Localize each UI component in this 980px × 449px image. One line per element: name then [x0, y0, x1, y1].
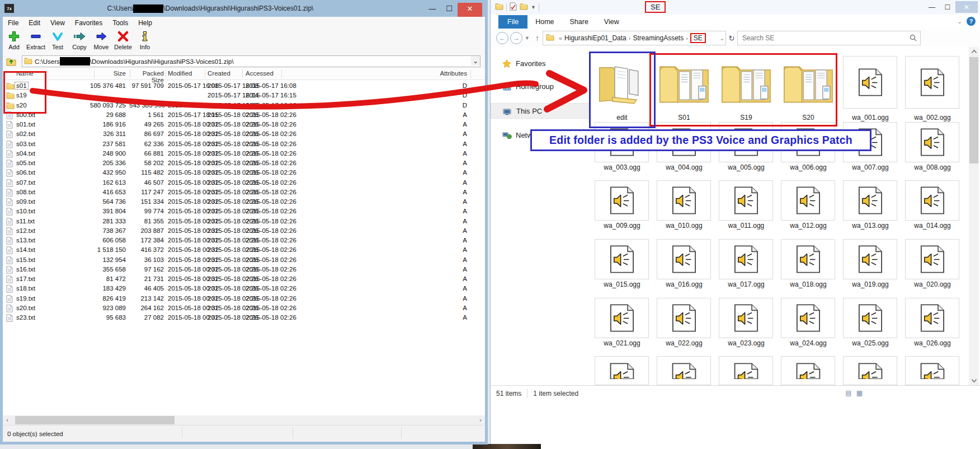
file-name[interactable]: s08.txt: [16, 189, 35, 195]
maximize-button[interactable]: ☐: [941, 1, 954, 13]
scrollbar-thumb[interactable]: [969, 57, 978, 163]
zip-row[interactable]: s00.txt29 6881 5612015-05-17 18:152015-0…: [3, 111, 485, 120]
forward-button[interactable]: →: [510, 32, 522, 44]
up-button[interactable]: ↑: [535, 34, 539, 43]
zip-row[interactable]: s16.txt355 65897 1622015-05-18 00:322015…: [3, 265, 485, 275]
chevron-down-icon[interactable]: ▼: [531, 4, 536, 10]
zip-row[interactable]: s12.txt738 367203 8872015-05-18 00:32201…: [3, 227, 485, 236]
breadcrumb[interactable]: «HigurashiEp01_Data›StreamingAssets›SE ⌄: [543, 31, 726, 45]
zip-row[interactable]: s01105 376 48197 591 7092015-05-17 16:08…: [3, 82, 485, 91]
breadcrumb-item[interactable]: HigurashiEp01_Data: [564, 34, 626, 42]
file-name[interactable]: s06.txt: [16, 169, 35, 176]
file-name[interactable]: s04.txt: [16, 150, 35, 157]
file-name[interactable]: s18.txt: [16, 285, 35, 292]
add-button[interactable]: Add: [3, 30, 25, 50]
file-name[interactable]: s14.txt: [16, 246, 35, 253]
scroll-right-icon[interactable]: ›: [476, 416, 485, 424]
delete-button[interactable]: Delete: [112, 30, 134, 50]
file-name[interactable]: s23.txt: [16, 314, 35, 321]
address-combobox[interactable]: C:\Users\Downloads\Higurashi\HigurashiPS…: [22, 55, 480, 67]
thumbnails-view-icon[interactable]: ▦: [856, 389, 863, 397]
zip-row[interactable]: s17.txt81 47221 7312015-05-18 00:322015-…: [3, 275, 485, 284]
file-name[interactable]: s17.txt: [16, 275, 35, 282]
test-button[interactable]: Test: [47, 30, 68, 50]
zip-row[interactable]: s10.txt391 80499 7742015-05-18 00:322015…: [3, 207, 485, 217]
zip-row[interactable]: s20.txt923 089264 1622015-05-18 00:32201…: [3, 304, 485, 314]
copy-button[interactable]: Copy: [69, 30, 90, 50]
horizontal-scrollbar[interactable]: ‹ ›: [3, 415, 485, 425]
zip-row[interactable]: s15.txt132 95436 1032015-05-18 00:322015…: [3, 256, 485, 265]
vertical-scrollbar[interactable]: [969, 47, 979, 385]
file-name[interactable]: s13.txt: [16, 237, 35, 244]
zip-row[interactable]: s09.txt564 736151 3342015-05-18 00:32201…: [3, 198, 485, 207]
chevron-down-icon[interactable]: ⌄: [471, 56, 480, 66]
zip-row[interactable]: s13.txt606 058172 3842015-05-18 00:32201…: [3, 236, 485, 246]
zip-row[interactable]: s07.txt162 61346 5072015-05-18 00:322015…: [3, 179, 485, 188]
refresh-icon[interactable]: ↻: [726, 31, 737, 45]
scroll-left-icon[interactable]: ‹: [3, 416, 12, 424]
file-name[interactable]: s05.txt: [16, 160, 35, 166]
zip-row[interactable]: s20580 093 725543 383 9662015-05-17 16:1…: [3, 101, 485, 111]
maximize-button[interactable]: ☐: [442, 0, 456, 17]
properties-icon[interactable]: [510, 2, 517, 13]
chevron-down-icon[interactable]: ⌄: [720, 35, 724, 41]
file-name[interactable]: s03.txt: [16, 141, 35, 147]
scroll-up-icon[interactable]: [969, 47, 979, 56]
column-header-accessed[interactable]: Accessed: [246, 70, 313, 77]
minimize-button[interactable]: —: [925, 1, 939, 13]
file-name[interactable]: s11.txt: [16, 218, 35, 225]
zip-row[interactable]: s02.txt326 31186 6972015-05-18 00:322015…: [3, 130, 485, 139]
zip-row[interactable]: s01.txt186 91649 2652015-05-18 00:322015…: [3, 120, 485, 130]
new-folder-icon[interactable]: [520, 2, 528, 12]
zip-row[interactable]: s14.txt1 518 150416 3722015-05-18 00:322…: [3, 246, 485, 255]
sidebar-item-homegroup[interactable]: Homegroup: [491, 80, 589, 92]
chevron-right-icon[interactable]: ›: [629, 35, 631, 41]
zip-row[interactable]: s23.txt95 68327 0822015-05-18 00:322015-…: [3, 314, 485, 323]
search-icon[interactable]: [910, 34, 917, 44]
tab-share[interactable]: Share: [562, 16, 596, 28]
file-name[interactable]: s09.txt: [16, 198, 35, 205]
sidebar-item-this-pc[interactable]: This PC: [491, 103, 590, 119]
ribbon-expand-icon[interactable]: ⌄: [958, 18, 962, 25]
up-folder-icon[interactable]: [5, 56, 17, 67]
file-name[interactable]: s10.txt: [16, 208, 35, 214]
search-input[interactable]: [741, 32, 900, 44]
zip-row[interactable]: s18.txt183 42946 4052015-05-18 00:322015…: [3, 284, 485, 294]
extract-button[interactable]: Extract: [25, 30, 46, 50]
move-button[interactable]: Move: [91, 30, 112, 50]
menu-favorites[interactable]: Favorites: [70, 19, 107, 27]
breadcrumb-item[interactable]: SE: [690, 33, 706, 43]
menu-tools[interactable]: Tools: [107, 19, 133, 27]
file-name[interactable]: s12.txt: [16, 227, 35, 234]
close-button[interactable]: ✕: [458, 0, 482, 17]
zip-row[interactable]: s04.txt248 90066 8812015-05-18 00:322015…: [3, 149, 485, 159]
zip-row[interactable]: s11.txt281 33381 3552015-05-18 00:322015…: [3, 217, 485, 227]
file-name[interactable]: s01.txt: [16, 121, 35, 128]
breadcrumb-truncation[interactable]: «: [559, 35, 562, 41]
details-view-icon[interactable]: ▤: [845, 389, 851, 397]
scrollbar-thumb[interactable]: [15, 416, 175, 424]
sidebar-item-favorites[interactable]: Favorites: [491, 57, 589, 69]
breadcrumb-item[interactable]: StreamingAssets: [633, 34, 684, 42]
zip-row[interactable]: s06.txt432 950115 4822015-05-18 00:32201…: [3, 169, 485, 178]
zip-row[interactable]: s19.txt826 419213 1422015-05-18 00:32201…: [3, 294, 485, 304]
help-icon[interactable]: ?: [967, 17, 976, 26]
back-button[interactable]: ←: [496, 32, 508, 44]
search-box[interactable]: [737, 31, 921, 45]
info-button[interactable]: Info: [134, 30, 156, 50]
menu-view[interactable]: View: [45, 19, 70, 27]
zip-row[interactable]: s03.txt237 58162 3362015-05-18 00:322015…: [3, 140, 485, 149]
column-header-size[interactable]: Size: [64, 70, 126, 77]
recent-locations-icon[interactable]: ▼: [525, 35, 530, 41]
file-name[interactable]: s07.txt: [16, 179, 35, 186]
menu-help[interactable]: Help: [133, 19, 157, 27]
close-button[interactable]: ✕: [955, 1, 978, 13]
chevron-right-icon[interactable]: ›: [686, 35, 688, 41]
tab-view[interactable]: View: [596, 16, 627, 28]
scroll-down-icon[interactable]: [969, 376, 979, 385]
tab-file[interactable]: File: [498, 15, 527, 29]
file-name[interactable]: s15.txt: [16, 256, 35, 263]
zip-row[interactable]: s192015-05-17 16:142015-05-17 16:15D: [3, 91, 485, 101]
menu-file[interactable]: File: [3, 19, 23, 27]
zip-row[interactable]: s08.txt416 653117 2472015-05-18 00:32201…: [3, 188, 485, 198]
